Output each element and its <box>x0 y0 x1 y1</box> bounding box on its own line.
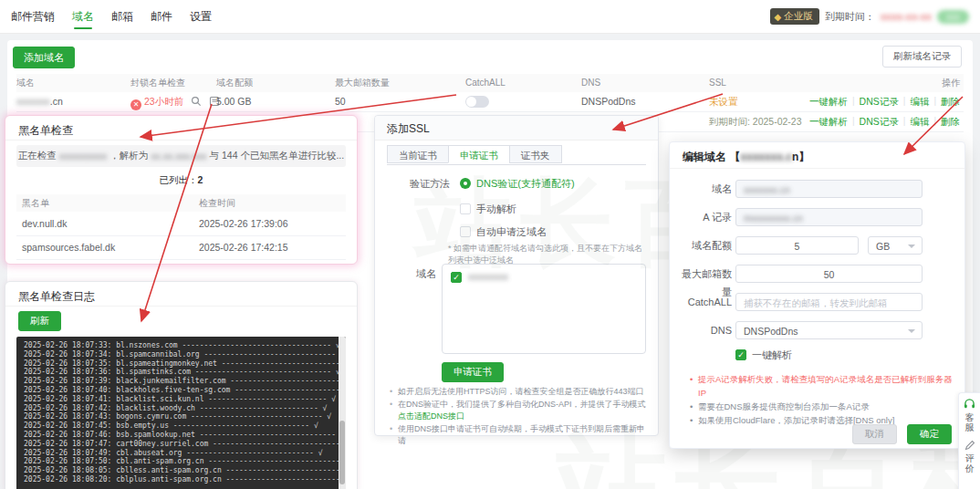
dns-select[interactable]: DNSPodDns <box>735 321 923 339</box>
error-icon: ✕ <box>130 99 141 110</box>
resolved-ip-masked: xx.xx.xxx.xxx <box>151 151 206 161</box>
rate-button[interactable]: 评价 <box>959 440 980 473</box>
dialog-notes: 提示A记录解析失败，请检查填写的A记录域名是否已解析到服务器IP 需要在DNS服… <box>690 372 956 427</box>
domain-table-header: 域名 封锁名单检查 域名配额 最大邮箱数量 CatchALL DNS SSL 操… <box>16 74 964 92</box>
auto-wildcard-label: 自动申请泛域名 <box>476 225 547 239</box>
col-catchall: CatchALL <box>465 74 506 92</box>
blacklist-panel-title: 黑名单检查 <box>18 123 73 139</box>
quota-unit-select[interactable]: GB <box>868 236 923 255</box>
tab-apply-cert[interactable]: 申请证书 <box>448 145 510 163</box>
domain-field-label: 域名 <box>675 180 732 198</box>
col-max-mailbox: 最大邮箱数量 <box>335 74 390 92</box>
edit-domain-dialog: 编辑域名 【xxxxxxx.cn】 域名 xxxxxxx.cn A 记录 mxx… <box>669 141 965 449</box>
plan-info: ◆企业版 到期时间： xxxx-xx-xx xxx <box>770 6 969 26</box>
action-delete[interactable]: 删除 <box>941 91 960 111</box>
dns-verify-radio[interactable] <box>460 178 471 189</box>
tab-domain[interactable]: 域名 <box>72 0 94 33</box>
dns-api-link[interactable]: 点击适配DNS接口 <box>398 411 464 421</box>
expire-date: xxxx-xx-xx <box>881 11 932 22</box>
quota-field-label: 域名配额 <box>675 236 732 255</box>
col-blacklist-check: 封锁名单检查 <box>130 74 185 92</box>
dns-cell: DNSPodDns <box>581 91 636 111</box>
headset-icon <box>964 399 975 410</box>
manual-resolve-label: 手动解析 <box>476 203 516 216</box>
divider <box>670 168 964 169</box>
ssl-note: 使用DNS接口申请证书可自动续期，手动模式下证书到期后需重新申请 <box>390 423 651 448</box>
apply-cert-button[interactable]: 申请证书 <box>442 362 504 382</box>
add-ssl-panel: 添加SSL 当前证书 申请证书 证书夹 验证方法 DNS验证(支持通配符) 手动… <box>374 115 659 436</box>
blacklist-row: spamsources.fabel.dk 2025-02-26 17:42:15 <box>16 235 346 260</box>
tab-mailbox[interactable]: 邮箱 <box>111 0 133 33</box>
edit-dialog-title: 编辑域名 【xxxxxxx.cn】 <box>683 150 809 165</box>
app-root: 邮件营销 域名 邮箱 邮件 设置 ◆企业版 到期时间： xxxx-xx-xx x… <box>0 0 980 489</box>
divider <box>5 140 357 140</box>
confirm-button[interactable]: 确定 <box>907 424 952 444</box>
tab-settings[interactable]: 设置 <box>190 0 212 33</box>
tab-current-cert[interactable]: 当前证书 <box>387 145 449 163</box>
col-domain: 域名 <box>16 74 35 92</box>
col-quota: 域名配额 <box>216 74 253 92</box>
blacklist-cell: ✕23小时前 <box>130 91 220 113</box>
one-click-resolve-label: 一键解析 <box>752 349 792 362</box>
pencil-icon <box>964 440 975 451</box>
auto-wildcard-checkbox[interactable] <box>460 226 471 237</box>
action-edit[interactable]: 编辑 <box>910 111 929 131</box>
catchall-input[interactable]: 捕获不存在的邮箱，转发到此邮箱 <box>735 293 923 311</box>
rate-label: 评价 <box>959 453 980 473</box>
ssl-domain-checkbox[interactable]: ✓ <box>451 272 462 283</box>
dns-verify-option-label: DNS验证(支持通配符) <box>476 177 575 191</box>
action-dns-records[interactable]: DNS记录 <box>860 111 899 131</box>
floating-sidebar: 客服 评价 <box>958 392 980 489</box>
manual-resolve-checkbox[interactable] <box>460 203 471 214</box>
terminal-scrollbar[interactable] <box>339 337 346 489</box>
blacklist-row: dev.null.dk 2025-02-26 17:39:06 <box>16 212 346 236</box>
refresh-domain-records-button[interactable]: 刷新域名记录 <box>882 46 962 68</box>
top-navbar: 邮件营销 域名 邮箱 邮件 设置 ◆企业版 到期时间： xxxx-xx-xx x… <box>0 0 980 34</box>
action-dns-records[interactable]: DNS记录 <box>860 91 899 111</box>
col-actions: 操作 <box>942 74 960 92</box>
listed-count: 已列出：2 <box>5 174 357 187</box>
ssl-notes: 如开启后无法使用HTTPS访问，请检查安全组是否正确放行443端口 在DNS验证… <box>390 386 651 448</box>
catchall-toggle[interactable] <box>465 96 489 108</box>
nav-tabs: 邮件营销 域名 邮箱 邮件 设置 <box>11 0 212 33</box>
a-record-error-note: 提示A记录解析失败，请检查填写的A记录域名是否已解析到服务器IP <box>690 372 956 400</box>
catchall-cell <box>465 91 489 111</box>
row-actions: 一键解析| DNS记录| 编辑| 删除 <box>809 111 960 131</box>
log-panel-title: 黑名单检查日志 <box>18 289 95 305</box>
gem-icon: ◆ <box>775 12 782 22</box>
one-click-resolve-checkbox[interactable]: ✓ <box>735 349 746 360</box>
recheck-search-icon[interactable] <box>191 93 202 113</box>
renew-pill[interactable]: xxx <box>937 10 969 24</box>
quota-input[interactable]: 5 <box>735 236 859 255</box>
add-domain-button[interactable]: 添加域名 <box>13 47 75 68</box>
catchall-field-label: CatchALL <box>675 293 732 311</box>
domain-field: xxxxxxx.cn <box>735 180 923 198</box>
ssl-domain-item-masked: xxxxxxxx <box>468 271 508 282</box>
blacklist-progress-bar: 正在检查 xxxxxxxxxx ，解析为 xx.xx.xxx.xxx 与 144… <box>16 145 346 167</box>
max-mailbox-input[interactable]: 50 <box>735 265 923 283</box>
refresh-log-button[interactable]: 刷新 <box>18 311 61 331</box>
action-edit[interactable]: 编辑 <box>910 91 929 111</box>
ssl-panel-title: 添加SSL <box>387 121 430 137</box>
quota-cell: 5.00 GB <box>216 91 252 111</box>
a-record-field-label: A 记录 <box>675 208 732 226</box>
ssl-note: 在DNS验证中，我们提供了多种自动化DNS-API，并提供了手动模式 点击适配D… <box>390 399 651 423</box>
blacklist-log-panel: 黑名单检查日志 刷新 2025-02-26 18:07:33: bl.nszon… <box>5 281 358 489</box>
action-one-click-resolve[interactable]: 一键解析 <box>809 91 848 111</box>
action-delete[interactable]: 删除 <box>941 111 960 131</box>
tab-email-marketing[interactable]: 邮件营销 <box>11 0 55 33</box>
blacklist-ago-text: 23小时前 <box>144 96 183 107</box>
tab-cert-folder[interactable]: 证书夹 <box>509 145 562 163</box>
blacklist-table-header: 黑名单 检查时间 <box>16 194 346 212</box>
row-actions: 一键解析| DNS记录| 编辑| 删除 <box>809 91 960 111</box>
checking-domain-masked: xxxxxxxxxx <box>59 151 108 161</box>
divider <box>5 306 357 307</box>
action-one-click-resolve[interactable]: 一键解析 <box>809 111 848 131</box>
customer-service-button[interactable]: 客服 <box>959 399 980 432</box>
col-check-time: 检查时间 <box>199 194 235 212</box>
col-ssl: SSL <box>709 74 726 92</box>
cancel-button[interactable]: 取消 <box>852 424 897 444</box>
tab-mail[interactable]: 邮件 <box>151 0 172 33</box>
plan-badge-label: 企业版 <box>784 10 813 23</box>
terminal-scrollbar-thumb[interactable] <box>339 421 345 484</box>
